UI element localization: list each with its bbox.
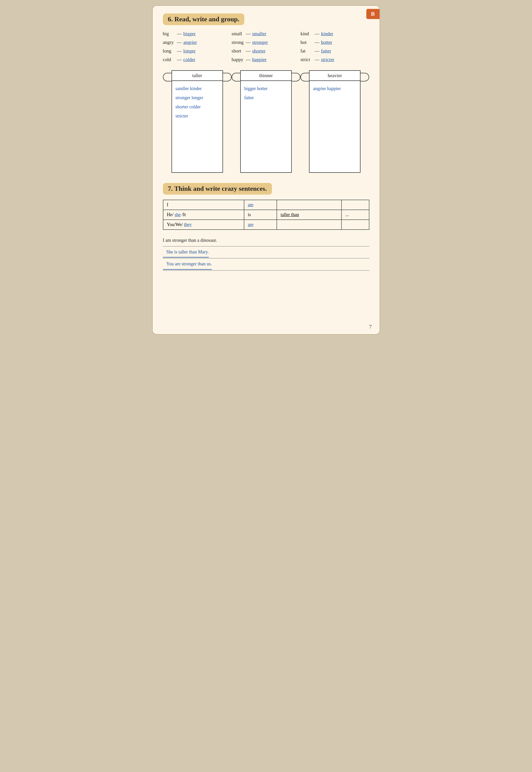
dash: — — [177, 40, 182, 45]
section7-title: 7. Think and write crazy sentences. — [163, 183, 272, 195]
word-row: fat — fatter — [300, 47, 369, 55]
table-cell-ellipsis — [341, 200, 369, 210]
word-row: big — bigger — [163, 30, 232, 37]
word-base: big — [163, 31, 176, 37]
table-row: I am — [163, 200, 369, 210]
group-area: taller samller kinder stronger longer sh… — [163, 70, 369, 173]
table-cell-phrase: taller than — [277, 210, 341, 220]
pronoun-they: they — [184, 222, 192, 227]
word-base: happy — [232, 57, 244, 62]
table-cell-phrase — [277, 220, 341, 230]
dash: — — [177, 57, 182, 62]
word-comparative: kinder — [321, 31, 333, 37]
dash: — — [315, 40, 319, 45]
word-row: kind — kinder — [300, 30, 369, 37]
example-line: You are stronger than us. — [163, 259, 369, 270]
word-comparative: longer — [183, 48, 196, 54]
word-base: cold — [163, 57, 176, 62]
word-comparative: shorter — [252, 48, 266, 54]
word-comparative: stronger — [252, 40, 268, 45]
word-row: strong — stronger — [232, 39, 300, 46]
word-comparative: stricter — [321, 57, 334, 62]
word-base: long — [163, 48, 176, 54]
table-cell-subject: I — [163, 200, 244, 210]
table-cell-ellipsis — [341, 220, 369, 230]
word-comparative: bigger — [183, 31, 196, 37]
dash: — — [177, 31, 182, 37]
table-cell-subject: He/ she /It — [163, 210, 244, 220]
word-comparative: colder — [183, 57, 195, 62]
page: B 6. Read, write and group. big — bigger… — [152, 5, 380, 335]
group-box-thinner: thinner bigger hotter fatter — [240, 70, 292, 173]
word-row: long — longer — [163, 47, 232, 55]
word-row: happy — happier — [232, 56, 300, 63]
word-base: fat — [300, 48, 313, 54]
dash: — — [315, 57, 319, 62]
page-number: 7 — [369, 323, 372, 330]
word-row: small — smaller — [232, 30, 300, 37]
pronoun-she: she — [175, 212, 181, 217]
word-base: strong — [232, 40, 244, 45]
b-badge: B — [366, 9, 380, 19]
word-pairs: big — bigger small — smaller kind — kind… — [163, 30, 369, 63]
dash: — — [246, 48, 251, 54]
word-base: short — [232, 48, 244, 54]
word-comparative: hotter — [321, 40, 332, 45]
dash: — — [246, 40, 251, 45]
word-row: short — shorter — [232, 47, 300, 55]
word-comparative: smaller — [252, 31, 266, 37]
group-header-heavier: heavier — [310, 71, 360, 81]
examples: I am stronger than a dinosaur. She is ta… — [163, 235, 369, 271]
dash: — — [315, 31, 319, 37]
group-content-heavier: angrier happier — [310, 81, 360, 172]
dash: — — [246, 57, 251, 62]
word-base: kind — [300, 31, 313, 37]
dash: — — [315, 48, 319, 54]
word-comparative: angrier — [183, 40, 197, 45]
group-content-thinner: bigger hotter fatter — [241, 81, 291, 172]
example-line: She is taller than Mary. — [163, 247, 369, 258]
word-comparative: happier — [252, 57, 267, 62]
group-box-taller: taller samller kinder stronger longer sh… — [171, 70, 223, 173]
word-row: cold — colder — [163, 56, 232, 63]
example-sentence: I am stronger than a dinosaur. — [163, 235, 217, 246]
word-comparative: fatter — [321, 48, 331, 54]
section7: 7. Think and write crazy sentences. I am… — [163, 183, 369, 271]
word-base: angry — [163, 40, 176, 45]
table-cell-verb: am — [244, 200, 277, 210]
group-header-taller: taller — [172, 71, 222, 81]
table-cell-verb: is — [244, 210, 277, 220]
table-row: He/ she /It is taller than ... — [163, 210, 369, 220]
word-base: hot — [300, 40, 313, 45]
table-row: You/We/ they are — [163, 220, 369, 230]
word-base: small — [232, 31, 244, 37]
verb-are: are — [248, 222, 253, 227]
word-row: strict — stricter — [300, 56, 369, 63]
word-row: hot — hotter — [300, 39, 369, 46]
dash: — — [177, 48, 182, 54]
group-header-thinner: thinner — [241, 71, 291, 81]
table-cell-subject: You/We/ they — [163, 220, 244, 230]
table-cell-ellipsis: ... — [341, 210, 369, 220]
table-cell-phrase — [277, 200, 341, 210]
group-content-taller: samller kinder stronger longer shorter c… — [172, 81, 222, 172]
example-sentence-blue: You are stronger than us. — [163, 259, 212, 270]
example-line: I am stronger than a dinosaur. — [163, 235, 369, 246]
word-row: angry — angrier — [163, 39, 232, 46]
verb-am: am — [248, 202, 253, 207]
dash: — — [246, 31, 251, 37]
word-base: strict — [300, 57, 313, 62]
table-cell-verb: are — [244, 220, 277, 230]
group-box-heavier: heavier angrier happier — [309, 70, 361, 173]
section6-title: 6. Read, write and group. — [163, 13, 245, 25]
example-sentence-blue: She is taller than Mary. — [163, 247, 209, 258]
sentence-table: I am He/ she /It is taller than ... You/… — [163, 200, 369, 230]
phrase-taller-than: taller than — [281, 212, 299, 217]
